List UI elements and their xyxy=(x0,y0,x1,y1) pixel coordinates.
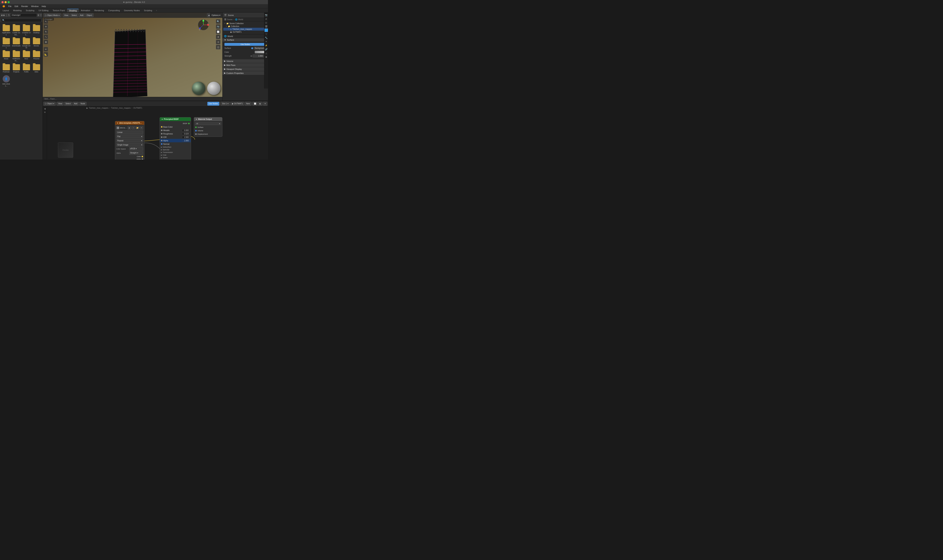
menu-file[interactable]: File xyxy=(7,5,13,8)
transform-tool-button[interactable]: ⊞ xyxy=(43,40,48,44)
image-open-button[interactable]: 📂 xyxy=(136,126,139,129)
slot-dropdown[interactable]: Slot 1 ▾ xyxy=(220,102,230,106)
xray-button[interactable]: ◫ xyxy=(216,45,220,49)
tab-modeling[interactable]: Modeling xyxy=(11,9,23,12)
particles-icon[interactable]: ✦ xyxy=(265,40,268,43)
tree-item-mappes[interactable]: ▼ △ Tütchen_rissc_mappes 👁 xyxy=(223,28,267,31)
target-dropdown[interactable]: All ▾ xyxy=(195,122,221,125)
tab-animation[interactable]: Animation xyxy=(79,9,92,12)
tab-scripting[interactable]: Scripting xyxy=(142,9,154,12)
coat-header[interactable]: ▶ Coat xyxy=(161,154,190,156)
emission-header[interactable]: ▶ Emission xyxy=(161,159,190,160)
object-properties-icon[interactable]: ▽ xyxy=(265,32,268,36)
world-properties-icon active[interactable]: 🌐 xyxy=(265,29,268,32)
subsurface-header[interactable]: ▶ Subsurface xyxy=(161,146,190,148)
list-item[interactable]: Music xyxy=(2,50,11,63)
rotate-tool-button[interactable]: ↻ xyxy=(43,29,48,34)
single-image-dropdown[interactable]: Single Image ▾ xyxy=(116,143,143,146)
move-tool-button[interactable]: ✛ xyxy=(43,24,48,29)
list-item[interactable]: Applications xyxy=(2,24,11,37)
image-browse-button[interactable]: ▶ xyxy=(128,126,131,129)
list-item[interactable]: 👤 IMG-20161... xyxy=(2,74,11,88)
viewport-display-header[interactable]: ▶ Viewport Display xyxy=(223,67,268,71)
new-material-button[interactable]: New xyxy=(245,102,251,106)
camera-button[interactable]: 📷 xyxy=(216,24,220,29)
rendered-preview-button[interactable]: ● xyxy=(216,35,220,39)
color-space-dropdown[interactable]: sRGB ▾ xyxy=(129,147,143,151)
tab-compositing[interactable]: Compositing xyxy=(106,9,122,12)
view-menu-button[interactable]: View xyxy=(63,13,70,17)
add-menu-ne-button[interactable]: Add xyxy=(72,102,79,106)
scale-tool-button[interactable]: ⤡ xyxy=(43,35,48,39)
close-button[interactable] xyxy=(2,1,4,3)
view-menu-ne-button[interactable]: View xyxy=(57,102,64,106)
list-item[interactable]: Google Drive xyxy=(22,37,31,50)
projection-dropdown[interactable]: Flat ▾ xyxy=(116,135,143,138)
list-item[interactable]: Public xyxy=(22,63,31,74)
menu-window[interactable]: Window xyxy=(30,5,40,8)
strength-icon[interactable] xyxy=(251,55,252,57)
fb-back-button[interactable]: ◀ xyxy=(1,13,3,17)
list-item[interactable]: Pictures xyxy=(32,50,41,63)
ne-collapse-button[interactable]: ◀ xyxy=(43,107,46,110)
tab-texture-paint[interactable]: Texture Paint xyxy=(51,9,67,12)
tab-rendering[interactable]: Rendering xyxy=(92,9,106,12)
select-tool-button[interactable]: ↖ xyxy=(43,19,48,24)
node-canvas[interactable]: ▼ idmi-template-rf42027982-1001_1p... 🖼 … xyxy=(43,111,268,160)
select-menu-button[interactable]: Select xyxy=(70,13,78,17)
wireframe-button[interactable]: ⬜ xyxy=(216,29,220,34)
image-close-button[interactable]: ✕ xyxy=(140,126,143,129)
fb-reload-button[interactable]: ↻ xyxy=(8,13,10,17)
list-item[interactable]: Creative Clo... xyxy=(22,24,31,37)
material-properties-icon[interactable]: ◉ xyxy=(265,55,268,58)
tab-geometry-nodes[interactable]: Geometry Nodes xyxy=(122,9,142,12)
output-properties-icon[interactable]: 🖨 xyxy=(265,17,268,20)
tree-item-scene-collection[interactable]: ▼ 📁 Scene Collection 👁 xyxy=(223,22,267,25)
data-properties-icon[interactable]: △ xyxy=(265,51,268,55)
object-menu-button[interactable]: Object xyxy=(85,13,94,17)
tab-layout[interactable]: Layout xyxy=(1,9,11,12)
render-properties-icon[interactable]: 📷 xyxy=(265,13,268,17)
list-item[interactable]: Movies xyxy=(32,37,41,50)
3d-viewport[interactable]: ⬡ Object Mode ▾ View Select Add Object ◉… xyxy=(43,12,222,101)
transmission-header[interactable]: ▶ Transmission xyxy=(161,151,190,153)
use-nodes-ne-button[interactable]: Use Nodes xyxy=(207,102,219,106)
extension-dropdown[interactable]: Repeat ▾ xyxy=(116,139,143,142)
collapse-icon[interactable]: ▼ xyxy=(161,118,163,120)
volume-section-header[interactable]: ▶ Volume xyxy=(223,59,268,63)
options-button[interactable]: Options ▾ xyxy=(210,12,222,18)
list-item[interactable]: NUC xyxy=(22,50,31,63)
tab-uv-editing[interactable]: UV Editing xyxy=(37,9,50,12)
fb-path-input[interactable] xyxy=(11,13,37,17)
fb-forward-button[interactable]: ▶ xyxy=(3,13,5,17)
surface-section-header[interactable]: ▼ Surface xyxy=(223,38,268,42)
alpha-dropdown[interactable]: Straight ▾ xyxy=(129,151,143,155)
shading-toggle[interactable]: ◐ xyxy=(258,102,262,106)
navigation-gizmo[interactable]: X Y Z xyxy=(198,19,209,31)
use-nodes-button[interactable]: Use Nodes xyxy=(225,43,266,46)
add-menu-button[interactable]: Add xyxy=(79,13,85,17)
zoom-in-button[interactable]: 🔍 xyxy=(216,19,220,24)
select-menu-ne-button[interactable]: Select xyxy=(64,102,72,106)
modifier-properties-icon[interactable]: 🔧 xyxy=(265,36,268,40)
custom-props-header[interactable]: ▶ Custom Properties xyxy=(223,71,268,75)
material-button[interactable]: ◉ OUTMAT1 xyxy=(230,102,244,106)
list-item[interactable]: Desktop xyxy=(32,24,41,37)
ne-tool-button[interactable]: ⊕ xyxy=(43,111,46,114)
list-item[interactable]: Postman xyxy=(2,63,11,74)
menu-blender[interactable]: 🍊 xyxy=(1,5,6,8)
measure-tool-button[interactable]: 📐 xyxy=(43,52,48,57)
close-ne-button[interactable]: ✕ xyxy=(263,102,267,106)
node-editor-type-button[interactable]: ⬡ Object ▾ xyxy=(43,102,55,106)
tree-item-outmat[interactable]: ◉ OUTMAT1 xyxy=(223,31,267,34)
fb-view-toggle[interactable]: ⊞ xyxy=(37,13,39,17)
list-item[interactable]: NetBeansPr... xyxy=(12,50,21,63)
tree-item-collection[interactable]: ▼ 📁 Collection 👁 xyxy=(223,25,267,28)
node-menu-button[interactable]: Node xyxy=(79,102,86,106)
view-layer-icon[interactable]: 🗂 xyxy=(265,21,268,24)
annotate-tool-button[interactable]: ✏ xyxy=(43,47,48,51)
list-item[interactable]: Sites xyxy=(32,63,41,74)
specular-header[interactable]: ▶ Specular xyxy=(161,149,190,151)
fb-up-button[interactable]: ↑ xyxy=(6,13,8,17)
mist-pass-header[interactable]: ▶ Mist Pass xyxy=(223,63,268,67)
